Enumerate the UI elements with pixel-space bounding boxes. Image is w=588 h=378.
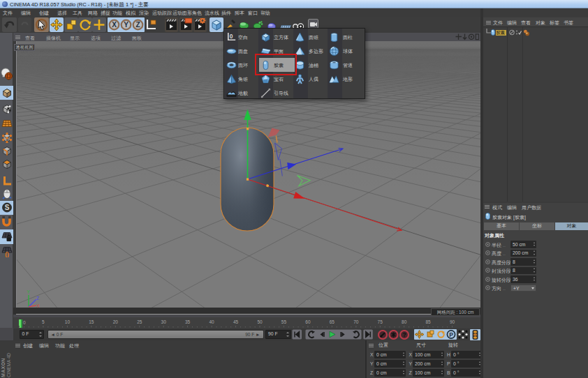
svg-text:(): () (5, 251, 9, 257)
svg-text:?: ? (402, 331, 406, 338)
svg-text:0: 0 (229, 33, 233, 40)
svg-text:P: P (449, 331, 453, 338)
svg-text:Y: Y (27, 289, 31, 294)
svg-text:X: X (112, 21, 117, 29)
svg-text:Z: Z (36, 296, 39, 301)
svg-text:S: S (4, 204, 9, 211)
svg-text:Z: Z (135, 21, 140, 29)
svg-text:Y: Y (124, 21, 128, 29)
